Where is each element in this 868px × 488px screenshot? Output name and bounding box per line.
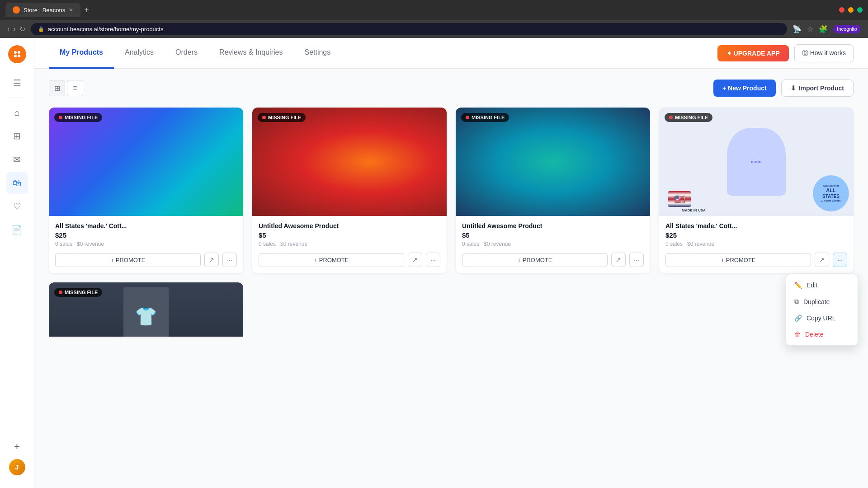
context-menu-duplicate[interactable]: ⧉ Duplicate (789, 293, 855, 310)
promote-button-4[interactable]: + PROMOTE (665, 253, 811, 267)
upgrade-app-button[interactable]: ✦ UPGRADE APP (717, 45, 789, 61)
missing-dot-2 (262, 116, 266, 119)
sidebar-item-apps[interactable]: ⊞ (6, 125, 28, 147)
missing-file-badge-5: MISSING FILE (54, 288, 102, 297)
product-card-4: 🇺🇸 made. Available fo (659, 108, 854, 273)
duplicate-icon: ⧉ (794, 298, 799, 305)
browser-tab[interactable]: Store | Beacons ✕ (5, 3, 80, 17)
context-menu-edit[interactable]: ✏️ Edit (789, 277, 855, 293)
content-area: ⊞ ≡ + New Product ⬇ Import Product (34, 69, 868, 488)
tab-settings[interactable]: Settings (293, 38, 341, 69)
refresh-button[interactable]: ↻ (19, 25, 25, 33)
sidebar-logo[interactable] (8, 45, 26, 63)
product-info-2: Untitled Awesome Product $5 0 sales $0 r… (252, 216, 447, 273)
lock-icon: 🔒 (38, 26, 44, 32)
more-button-4[interactable]: ··· (833, 253, 847, 267)
back-button[interactable]: ‹ (7, 25, 9, 33)
external-link-button-3[interactable]: ↗ (611, 253, 626, 267)
tab-my-products[interactable]: My Products (49, 38, 114, 69)
missing-file-badge-4: MISSING FILE (665, 113, 712, 122)
context-menu-copy-url[interactable]: 🔗 Copy URL (789, 310, 855, 326)
product-grid: MISSING FILE All States 'made.' Cott... … (49, 108, 854, 273)
browser-chrome: Store | Beacons ✕ + (0, 0, 868, 20)
cast-icon[interactable]: 📡 (793, 25, 802, 33)
how-it-works-button[interactable]: ⓪ How it works (794, 44, 854, 62)
import-product-button[interactable]: ⬇ Import Product (781, 80, 854, 97)
edit-icon: ✏️ (794, 282, 802, 289)
delete-icon: 🗑 (794, 331, 801, 338)
beacons-logo-icon (12, 49, 23, 60)
missing-dot-5 (59, 291, 62, 294)
product-actions-1: + PROMOTE ↗ ··· (55, 253, 237, 267)
window-maximize-button[interactable] (857, 7, 863, 13)
product-price-4: $25 (665, 231, 847, 239)
missing-dot-1 (59, 116, 62, 119)
product-info-1: All States 'made.' Cott... $25 0 sales $… (49, 216, 243, 273)
forward-button[interactable]: › (13, 25, 15, 33)
svg-point-1 (18, 51, 20, 54)
missing-file-badge-3: MISSING FILE (461, 113, 509, 122)
top-nav: My Products Analytics Orders Reviews & I… (34, 38, 868, 69)
tab-analytics[interactable]: Analytics (114, 38, 165, 69)
tab-reviews[interactable]: Reviews & Inquiries (208, 38, 294, 69)
product-image-4: 🇺🇸 made. Available fo (659, 108, 854, 216)
nav-buttons: ‹ › ↻ (7, 25, 25, 33)
extension-icon[interactable]: 🧩 (819, 25, 828, 33)
sidebar-item-menu[interactable]: ☰ (6, 72, 28, 94)
import-icon: ⬇ (791, 84, 796, 92)
product-image-2: MISSING FILE (252, 108, 447, 216)
tab-orders[interactable]: Orders (165, 38, 208, 69)
window-minimize-button[interactable] (848, 7, 854, 13)
more-button-1[interactable]: ··· (222, 253, 237, 267)
sidebar-item-docs[interactable]: 📄 (6, 219, 28, 241)
link-icon: 🔗 (794, 314, 802, 322)
promote-button-3[interactable]: + PROMOTE (462, 253, 608, 267)
missing-file-label-5: MISSING FILE (65, 290, 98, 295)
list-view-button[interactable]: ≡ (67, 80, 83, 96)
context-menu-duplicate-label: Duplicate (803, 298, 830, 305)
new-tab-button[interactable]: + (84, 5, 89, 15)
external-link-button-1[interactable]: ↗ (204, 253, 219, 267)
product-card-2: MISSING FILE Untitled Awesome Product $5… (252, 108, 447, 273)
context-menu-delete[interactable]: 🗑 Delete (789, 326, 855, 343)
context-menu: ✏️ Edit ⧉ Duplicate 🔗 Copy URL 🗑 (786, 274, 858, 346)
address-bar: ‹ › ↻ 🔒 account.beacons.ai/store/home/my… (0, 20, 868, 38)
product-image-3: MISSING FILE (456, 108, 650, 216)
browser-actions: 📡 ☆ 🧩 Incognito (793, 25, 861, 33)
missing-file-badge-2: MISSING FILE (258, 113, 306, 122)
product-name-4: All States 'made.' Cott... (665, 222, 847, 230)
grid-view-button[interactable]: ⊞ (49, 80, 65, 96)
sidebar-item-home[interactable]: ⌂ (6, 102, 28, 123)
new-product-button[interactable]: + New Product (713, 80, 776, 97)
bookmark-icon[interactable]: ☆ (807, 25, 813, 33)
promote-button-1[interactable]: + PROMOTE (55, 253, 201, 267)
missing-file-label-1: MISSING FILE (65, 115, 98, 120)
sidebar-item-email[interactable]: ✉ (6, 149, 28, 170)
more-button-3[interactable]: ··· (629, 253, 644, 267)
sidebar-item-favorites[interactable]: ♡ (6, 196, 28, 217)
import-product-label: Import Product (799, 84, 844, 92)
user-avatar[interactable]: J (9, 459, 25, 475)
svg-point-0 (14, 51, 17, 54)
sidebar-item-store[interactable]: 🛍 (6, 172, 28, 194)
svg-point-2 (14, 55, 17, 57)
product-card-5: 👕 MISSING FILE (49, 282, 243, 337)
url-text: account.beacons.ai/store/home/my-product… (48, 26, 164, 33)
product-card-1: MISSING FILE All States 'made.' Cott... … (49, 108, 243, 273)
window-close-button[interactable] (839, 7, 844, 13)
product-name-3: Untitled Awesome Product (462, 222, 644, 230)
more-button-2[interactable]: ··· (426, 253, 440, 267)
promote-button-2[interactable]: + PROMOTE (259, 253, 404, 267)
missing-file-label-3: MISSING FILE (472, 115, 505, 120)
product-image-1: MISSING FILE (49, 108, 243, 216)
sidebar-item-add[interactable]: + (6, 436, 28, 457)
url-bar[interactable]: 🔒 account.beacons.ai/store/home/my-produ… (31, 23, 788, 35)
external-link-button-2[interactable]: ↗ (408, 253, 422, 267)
product-price-3: $5 (462, 231, 644, 239)
product-info-4: All States 'made.' Cott... $25 0 sales $… (659, 216, 854, 273)
tab-close-button[interactable]: ✕ (69, 7, 73, 13)
external-link-button-4[interactable]: ↗ (815, 253, 829, 267)
product-name-2: Untitled Awesome Product (259, 222, 440, 230)
product-grid-row-2: 👕 MISSING FILE (49, 282, 854, 337)
missing-file-label-2: MISSING FILE (268, 115, 301, 120)
